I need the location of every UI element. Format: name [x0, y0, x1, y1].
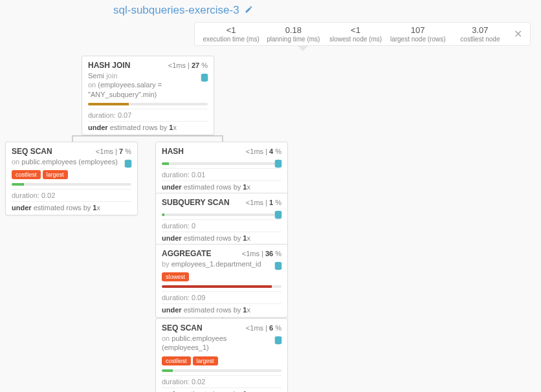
- node-title: AGGREGATE: [162, 249, 211, 258]
- duration-label: duration: 0: [162, 219, 282, 230]
- badge-slowest: slowest: [162, 272, 189, 281]
- node-hash[interactable]: HASH <1ms | 4 % duration: 0.01 under est…: [155, 142, 288, 195]
- estimation-label: under estimated rows by 1x: [162, 232, 282, 242]
- duration-bar: [88, 103, 208, 105]
- duration-bar: [162, 285, 282, 288]
- node-badges: costliestlargest: [12, 169, 131, 179]
- database-icon: [274, 210, 282, 221]
- duration-bar: [12, 183, 131, 186]
- node-aggregate[interactable]: AGGREGATE <1ms | 36 % by employees_1.dep…: [155, 244, 288, 318]
- duration-bar: [162, 213, 282, 216]
- stat-planning-time: 0.18 planning time (ms): [262, 25, 324, 43]
- node-title: SEQ SCAN: [162, 323, 203, 332]
- stat-value: <1: [200, 25, 262, 35]
- node-hash-join[interactable]: HASH JOIN <1ms | 27 % Semi join on (empl…: [82, 56, 214, 135]
- node-title: HASH: [162, 147, 184, 156]
- stats-bar: <1 execution time (ms) 0.18 planning tim…: [194, 22, 531, 46]
- badge-costliest: costliest: [162, 356, 191, 365]
- node-stats: <1ms | 27 %: [168, 61, 208, 69]
- duration-label: duration: 0.02: [12, 189, 131, 199]
- duration-bar: [162, 162, 282, 165]
- estimation-label: under estimated rows by 1x: [162, 303, 282, 314]
- stat-label: execution time (ms): [200, 36, 262, 43]
- stat-value: <1: [324, 25, 386, 35]
- title-row: sql-subqueries-exercise-3: [113, 4, 253, 17]
- node-title: SUBQUERY SCAN: [162, 198, 230, 207]
- database-icon: [274, 261, 282, 272]
- node-stats: <1ms | 4 %: [246, 147, 282, 155]
- node-stats: <1ms | 6 %: [246, 324, 282, 332]
- duration-bar: [162, 369, 282, 372]
- stat-execution-time: <1 execution time (ms): [200, 25, 262, 43]
- badge-largest: largest: [193, 356, 218, 365]
- estimation-label: under estimated rows by 1x: [88, 121, 208, 131]
- node-seq-scan-2[interactable]: SEQ SCAN <1ms | 6 % on public.employees …: [155, 318, 288, 392]
- stat-largest-node: 107 largest node (rows): [387, 25, 449, 43]
- database-icon: [274, 159, 282, 170]
- page-title: sql-subqueries-exercise-3: [113, 4, 239, 17]
- stat-costliest-node: 3.07 costliest node: [449, 25, 511, 43]
- pencil-icon[interactable]: [245, 5, 253, 16]
- stat-value: 107: [387, 25, 449, 35]
- stat-label: slowest node (ms): [324, 36, 386, 43]
- node-description: by employees_1.department_id: [162, 259, 282, 268]
- database-icon: [274, 336, 282, 347]
- stat-slowest-node: <1 slowest node (ms): [324, 25, 386, 43]
- database-icon: [201, 73, 208, 84]
- stat-value: 0.18: [262, 25, 324, 35]
- stat-label: planning time (ms): [262, 36, 324, 43]
- stat-label: costliest node: [449, 36, 511, 43]
- node-stats: <1ms | 36 %: [242, 250, 282, 257]
- database-icon: [124, 159, 132, 170]
- node-badges: slowest: [162, 272, 282, 281]
- badge-costliest: costliest: [12, 170, 41, 179]
- node-stats: <1ms | 1 %: [246, 199, 282, 206]
- node-title: SEQ SCAN: [12, 147, 52, 156]
- estimation-label: under estimated rows by 1x: [162, 180, 282, 191]
- node-description: on public.employees (employees_1): [162, 334, 282, 353]
- close-icon[interactable]: ✕: [511, 28, 525, 40]
- duration-label: duration: 0.07: [88, 109, 208, 119]
- stat-value: 3.07: [449, 25, 511, 35]
- connector: [222, 135, 223, 142]
- node-title: HASH JOIN: [88, 61, 130, 70]
- duration-label: duration: 0.01: [162, 168, 282, 179]
- node-stats: <1ms | 7 %: [96, 147, 131, 155]
- node-description: Semi join on (employees.salary = "ANY_su…: [88, 71, 208, 99]
- node-subquery-scan[interactable]: SUBQUERY SCAN <1ms | 1 % duration: 0 und…: [155, 193, 288, 246]
- connector: [72, 135, 223, 136]
- estimation-label: under estimated rows by 1x: [162, 387, 282, 392]
- duration-label: duration: 0.02: [162, 375, 282, 386]
- duration-label: duration: 0.09: [162, 291, 282, 301]
- estimation-label: under estimated rows by 1x: [12, 201, 131, 212]
- connector: [72, 135, 73, 142]
- stat-label: largest node (rows): [387, 36, 449, 43]
- node-seq-scan-1[interactable]: SEQ SCAN <1ms | 7 % on public.employees …: [5, 142, 138, 215]
- node-badges: costliestlargest: [162, 356, 282, 365]
- node-description: on public.employees (employees): [12, 157, 131, 166]
- badge-largest: largest: [43, 170, 68, 179]
